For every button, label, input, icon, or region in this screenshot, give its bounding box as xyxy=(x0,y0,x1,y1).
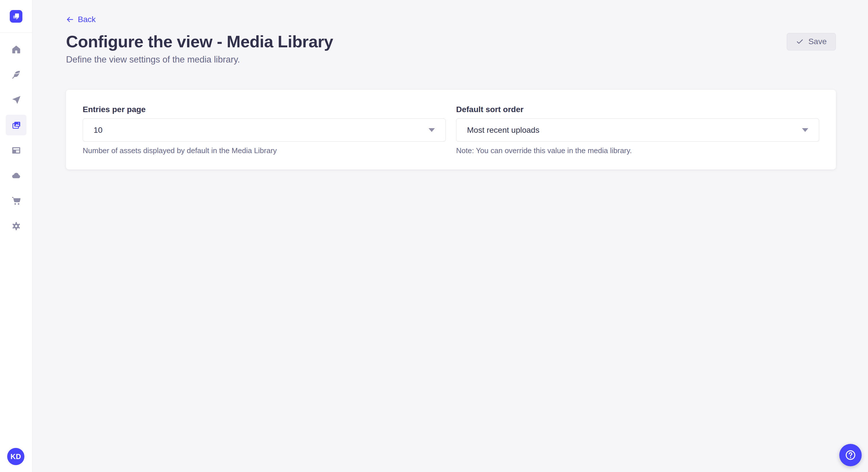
header-row: Configure the view - Media Library Save xyxy=(66,32,836,52)
sidebar-item-home[interactable] xyxy=(6,39,26,60)
feather-icon xyxy=(11,70,21,80)
entries-per-page-value: 10 xyxy=(94,126,102,135)
cloud-icon xyxy=(11,171,21,181)
default-sort-order-hint: Note: You can override this value in the… xyxy=(456,146,819,155)
save-label: Save xyxy=(808,37,827,46)
strapi-logo-icon xyxy=(10,10,22,23)
main-content: Back Configure the view - Media Library … xyxy=(32,0,868,169)
sidebar: KD xyxy=(0,0,32,472)
sidebar-item-content-manager[interactable] xyxy=(6,64,26,85)
chevron-down-icon xyxy=(802,128,808,132)
layout-icon xyxy=(11,145,21,156)
sidebar-item-settings[interactable] xyxy=(6,216,26,236)
settings-card: Entries per page 10 Number of assets dis… xyxy=(66,90,836,169)
sidebar-item-releases[interactable] xyxy=(6,90,26,110)
field-default-sort-order: Default sort order Most recent uploads N… xyxy=(456,105,819,155)
sidebar-nav xyxy=(6,39,26,236)
sidebar-item-content-type-builder[interactable] xyxy=(6,140,26,161)
entries-per-page-hint: Number of assets displayed by default in… xyxy=(83,146,446,155)
gear-icon xyxy=(11,221,21,231)
question-mark-icon xyxy=(844,449,857,461)
field-entries-per-page: Entries per page 10 Number of assets dis… xyxy=(83,105,446,155)
check-icon xyxy=(796,38,804,45)
chevron-down-icon xyxy=(429,128,435,132)
save-button[interactable]: Save xyxy=(787,33,836,50)
back-label: Back xyxy=(78,15,96,24)
back-link[interactable]: Back xyxy=(66,15,96,24)
user-avatar[interactable]: KD xyxy=(7,448,24,465)
entries-per-page-select[interactable]: 10 xyxy=(83,119,446,142)
help-button[interactable] xyxy=(839,444,862,466)
page-subtitle: Define the view settings of the media li… xyxy=(66,54,836,65)
back-arrow-icon xyxy=(66,15,74,24)
paper-plane-icon xyxy=(11,95,21,105)
media-library-icon xyxy=(11,120,21,130)
sidebar-item-media-library[interactable] xyxy=(6,115,26,135)
default-sort-order-label: Default sort order xyxy=(456,105,819,114)
page-title: Configure the view - Media Library xyxy=(66,32,333,52)
entries-per-page-label: Entries per page xyxy=(83,105,446,114)
sidebar-item-marketplace[interactable] xyxy=(6,191,26,211)
strapi-logo[interactable] xyxy=(10,10,22,23)
default-sort-order-value: Most recent uploads xyxy=(467,126,539,135)
cart-icon xyxy=(11,196,21,206)
logo-area xyxy=(0,0,32,33)
home-icon xyxy=(11,44,21,55)
default-sort-order-select[interactable]: Most recent uploads xyxy=(456,119,819,142)
sidebar-item-deploy[interactable] xyxy=(6,165,26,186)
